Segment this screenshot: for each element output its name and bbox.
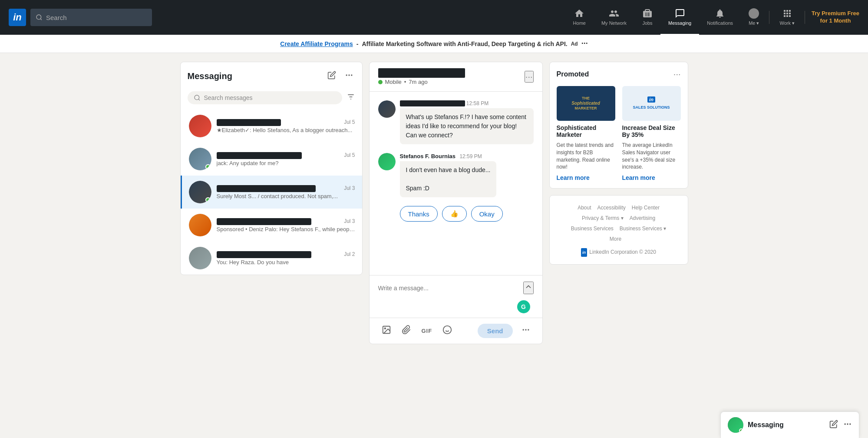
footer-link-help[interactable]: Help Center: [632, 202, 660, 213]
promoted-item: THE Sophisticated MARKETER Sophisticated…: [557, 86, 615, 181]
message-bubble: I don't even have a blog dude...Spam :D: [400, 161, 497, 197]
svg-point-5: [195, 95, 199, 100]
nav-messaging[interactable]: Messaging: [660, 0, 699, 35]
nav-jobs[interactable]: Jobs: [634, 0, 660, 35]
conversation-date: Jul 2: [344, 251, 355, 257]
send-button[interactable]: Send: [478, 324, 513, 338]
chat-status: Mobile • 7m ago: [378, 79, 465, 85]
emoji-button[interactable]: [439, 322, 455, 339]
message-avatar: [378, 100, 396, 118]
chat-status-time: 7m ago: [409, 79, 427, 85]
svg-point-2: [346, 74, 347, 76]
footer-link-business[interactable]: Business Services ▾: [620, 223, 666, 234]
conversation-avatar: [189, 214, 211, 236]
premium-button[interactable]: Try Premium Free for 1 Month: [812, 10, 859, 25]
messaging-header: Messaging: [181, 62, 362, 88]
footer-link-accessibility[interactable]: Accessibility: [597, 202, 625, 213]
promoted-item-desc-2: The average LinkedIn Sales Navigator use…: [622, 142, 681, 171]
svg-point-16: [525, 329, 526, 330]
conversation-preview: Sponsored • Deniz Palo: Hey Stefanos F.,…: [217, 226, 355, 232]
grammarly-area: G: [370, 300, 542, 318]
message-sender-redacted: [400, 100, 465, 106]
messaging-panel: Messaging: [180, 62, 363, 275]
conversation-item[interactable]: ★Elizabeth✓ Thomp... Jul 5 ★Elizabeth✓: …: [181, 110, 362, 143]
attach-file-button[interactable]: [398, 322, 415, 339]
collapse-input-button[interactable]: [523, 282, 534, 294]
emoji-icon: [442, 325, 452, 335]
footer-link-privacy[interactable]: Privacy & Terms ▾: [582, 213, 624, 223]
conversation-item-active[interactable]: ███████████████████████ Jul 3 Surely Mos…: [181, 176, 362, 209]
footer-link-adchoices[interactable]: Advertising: [630, 213, 655, 223]
conversation-item[interactable]: jack william████████████ Jul 5 jack: Any…: [181, 143, 362, 176]
nav-network[interactable]: My Network: [594, 0, 634, 35]
promoted-items: THE Sophisticated MARKETER Sophisticated…: [557, 86, 681, 181]
message-search-input[interactable]: [204, 94, 336, 101]
msg-search-icon: [194, 94, 201, 101]
nav-me[interactable]: Me ▾: [741, 0, 767, 35]
ad-options[interactable]: ···: [581, 39, 588, 48]
search-input[interactable]: [46, 14, 147, 21]
conversation-header-row: ██████████████████████ Jul 2: [217, 251, 355, 258]
conversation-date: Jul 5: [344, 152, 355, 158]
nav-home[interactable]: Home: [565, 0, 594, 35]
conversation-content: ███████████████████████ Jul 3 Surely Mos…: [217, 185, 355, 199]
ad-separator: -: [356, 40, 359, 47]
conversation-content: ██████████████████████ Jul 2 You: Hey Ra…: [217, 251, 355, 265]
conversation-item[interactable]: ██████████████████████ Jul 3 Sponsored •…: [181, 209, 362, 242]
nav-network-label: My Network: [601, 20, 627, 26]
conversation-item[interactable]: ██████████████████████ Jul 2 You: Hey Ra…: [181, 242, 362, 275]
promoted-card: Promoted ··· THE Sophisticated MARKETER …: [549, 62, 688, 189]
nav-work[interactable]: Work ▾: [772, 0, 802, 35]
ad-body: Affiliate Marketing Software with Anti-F…: [362, 40, 568, 47]
promoted-image-2: in SALES SOLUTIONS: [622, 86, 681, 121]
conversation-date: Jul 3: [344, 218, 355, 224]
footer-copyright-text: LinkedIn Corporation © 2020: [589, 249, 656, 255]
chat-bullet: •: [404, 79, 406, 85]
message-meta: Stefanos F. Bournias 12:59 PM: [400, 153, 497, 159]
message-time: 12:58 PM: [466, 100, 488, 106]
conversation-name-redacted: ██████████████████████: [217, 251, 311, 258]
quick-reply-thumbsup[interactable]: 👍: [442, 206, 467, 222]
filter-icon[interactable]: [347, 93, 355, 103]
compose-button[interactable]: [326, 69, 338, 83]
quick-reply-okay[interactable]: Okay: [471, 206, 503, 222]
conversation-avatar: [189, 247, 211, 269]
footer-link-about[interactable]: About: [578, 202, 591, 213]
promoted-learn-more-1[interactable]: Learn more: [557, 174, 615, 181]
footer-link-advertising[interactable]: Business Services: [571, 223, 614, 234]
nav-me-label: Me ▾: [749, 20, 759, 26]
conversation-header-row: jack william████████████ Jul 5: [217, 152, 355, 159]
chevron-up-icon: [524, 282, 533, 291]
messaging-panel-title: Messaging: [188, 71, 232, 81]
conversation-header-row: ★Elizabeth✓ Thomp... Jul 5: [217, 119, 355, 126]
footer-link-app[interactable]: More: [610, 234, 621, 244]
svg-point-4: [351, 74, 352, 76]
svg-point-17: [528, 329, 529, 330]
messaging-more-button[interactable]: [343, 69, 355, 83]
promoted-learn-more-2[interactable]: Learn more: [622, 174, 681, 181]
linkedin-logo[interactable]: in: [9, 9, 26, 26]
message-search-inner: [188, 91, 342, 104]
more-horiz-icon: [345, 71, 353, 80]
footer-links-row-3: Business Services Business Services ▾: [557, 223, 681, 234]
search-bar[interactable]: [30, 9, 152, 26]
nav-work-label: Work ▾: [779, 20, 795, 26]
ad-link[interactable]: Create Affiliate Programs: [280, 40, 353, 47]
promoted-more[interactable]: ···: [673, 69, 681, 79]
quick-replies: Thanks 👍 Okay: [400, 206, 534, 222]
conversation-content: jack william████████████ Jul 5 jack: Any…: [217, 152, 355, 166]
svg-line-1: [40, 19, 42, 20]
main-layout: Messaging: [174, 53, 695, 353]
footer-links-row-2: Privacy & Terms ▾ Advertising: [557, 213, 681, 223]
nav-notifications[interactable]: Notifications: [699, 0, 741, 35]
promoted-item-desc-1: Get the latest trends and insights for B…: [557, 142, 615, 171]
nav-items: Home My Network Jobs Messaging Notificat…: [565, 0, 859, 35]
chat-header-left: Mobile • 7m ago: [378, 68, 465, 85]
quick-reply-thanks[interactable]: Thanks: [400, 206, 438, 222]
toolbar-more-button[interactable]: [518, 323, 534, 339]
attach-image-button[interactable]: [378, 322, 395, 339]
message-text-input[interactable]: [378, 285, 523, 292]
nav-home-label: Home: [573, 20, 586, 26]
chat-more-button[interactable]: ···: [525, 71, 534, 83]
gif-button[interactable]: GIF: [418, 325, 436, 337]
